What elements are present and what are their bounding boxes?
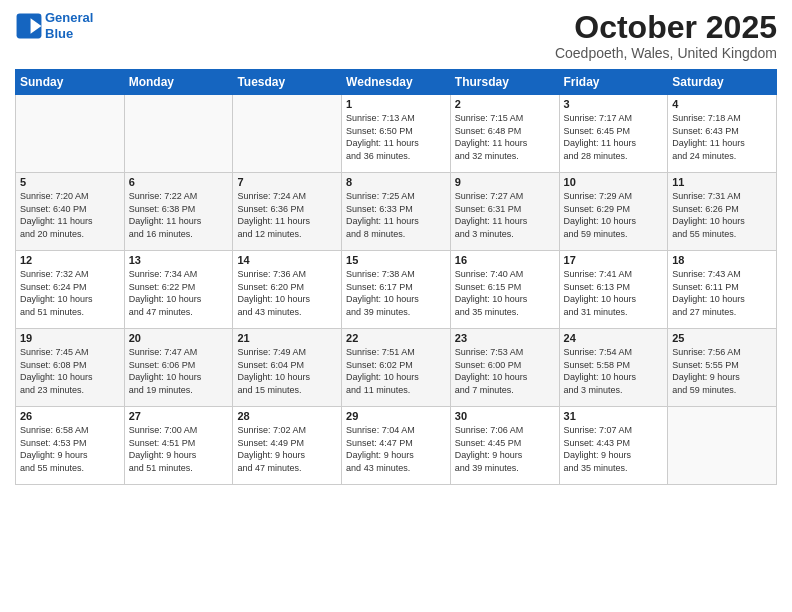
logo-text: General Blue xyxy=(45,10,93,41)
calendar-header: Sunday Monday Tuesday Wednesday Thursday… xyxy=(16,70,777,95)
header: General Blue October 2025 Coedpoeth, Wal… xyxy=(15,10,777,61)
calendar-cell: 17Sunrise: 7:41 AM Sunset: 6:13 PM Dayli… xyxy=(559,251,668,329)
calendar-cell xyxy=(233,95,342,173)
calendar-week-3: 19Sunrise: 7:45 AM Sunset: 6:08 PM Dayli… xyxy=(16,329,777,407)
calendar-cell: 5Sunrise: 7:20 AM Sunset: 6:40 PM Daylig… xyxy=(16,173,125,251)
day-number: 25 xyxy=(672,332,772,344)
day-number: 26 xyxy=(20,410,120,422)
day-number: 24 xyxy=(564,332,664,344)
calendar-cell xyxy=(668,407,777,485)
day-number: 11 xyxy=(672,176,772,188)
day-number: 30 xyxy=(455,410,555,422)
header-row: Sunday Monday Tuesday Wednesday Thursday… xyxy=(16,70,777,95)
header-wednesday: Wednesday xyxy=(342,70,451,95)
calendar-week-0: 1Sunrise: 7:13 AM Sunset: 6:50 PM Daylig… xyxy=(16,95,777,173)
calendar-cell: 22Sunrise: 7:51 AM Sunset: 6:02 PM Dayli… xyxy=(342,329,451,407)
day-number: 29 xyxy=(346,410,446,422)
day-info: Sunrise: 7:38 AM Sunset: 6:17 PM Dayligh… xyxy=(346,268,446,318)
calendar-cell: 24Sunrise: 7:54 AM Sunset: 5:58 PM Dayli… xyxy=(559,329,668,407)
day-number: 18 xyxy=(672,254,772,266)
calendar-cell: 10Sunrise: 7:29 AM Sunset: 6:29 PM Dayli… xyxy=(559,173,668,251)
day-number: 19 xyxy=(20,332,120,344)
day-info: Sunrise: 7:32 AM Sunset: 6:24 PM Dayligh… xyxy=(20,268,120,318)
calendar-cell: 11Sunrise: 7:31 AM Sunset: 6:26 PM Dayli… xyxy=(668,173,777,251)
calendar-cell: 23Sunrise: 7:53 AM Sunset: 6:00 PM Dayli… xyxy=(450,329,559,407)
page-container: General Blue October 2025 Coedpoeth, Wal… xyxy=(0,0,792,495)
day-info: Sunrise: 7:18 AM Sunset: 6:43 PM Dayligh… xyxy=(672,112,772,162)
day-number: 2 xyxy=(455,98,555,110)
day-info: Sunrise: 7:15 AM Sunset: 6:48 PM Dayligh… xyxy=(455,112,555,162)
day-info: Sunrise: 7:06 AM Sunset: 4:45 PM Dayligh… xyxy=(455,424,555,474)
day-number: 5 xyxy=(20,176,120,188)
day-number: 16 xyxy=(455,254,555,266)
logo-line2: Blue xyxy=(45,26,73,41)
calendar-cell: 30Sunrise: 7:06 AM Sunset: 4:45 PM Dayli… xyxy=(450,407,559,485)
header-thursday: Thursday xyxy=(450,70,559,95)
calendar-week-1: 5Sunrise: 7:20 AM Sunset: 6:40 PM Daylig… xyxy=(16,173,777,251)
calendar-cell: 6Sunrise: 7:22 AM Sunset: 6:38 PM Daylig… xyxy=(124,173,233,251)
title-area: October 2025 Coedpoeth, Wales, United Ki… xyxy=(555,10,777,61)
day-info: Sunrise: 7:17 AM Sunset: 6:45 PM Dayligh… xyxy=(564,112,664,162)
calendar-body: 1Sunrise: 7:13 AM Sunset: 6:50 PM Daylig… xyxy=(16,95,777,485)
calendar-week-4: 26Sunrise: 6:58 AM Sunset: 4:53 PM Dayli… xyxy=(16,407,777,485)
header-sunday: Sunday xyxy=(16,70,125,95)
calendar-cell: 26Sunrise: 6:58 AM Sunset: 4:53 PM Dayli… xyxy=(16,407,125,485)
day-info: Sunrise: 7:36 AM Sunset: 6:20 PM Dayligh… xyxy=(237,268,337,318)
calendar-cell: 19Sunrise: 7:45 AM Sunset: 6:08 PM Dayli… xyxy=(16,329,125,407)
day-number: 28 xyxy=(237,410,337,422)
calendar-cell: 31Sunrise: 7:07 AM Sunset: 4:43 PM Dayli… xyxy=(559,407,668,485)
calendar-cell: 15Sunrise: 7:38 AM Sunset: 6:17 PM Dayli… xyxy=(342,251,451,329)
calendar-cell: 8Sunrise: 7:25 AM Sunset: 6:33 PM Daylig… xyxy=(342,173,451,251)
calendar-cell: 12Sunrise: 7:32 AM Sunset: 6:24 PM Dayli… xyxy=(16,251,125,329)
day-number: 7 xyxy=(237,176,337,188)
calendar-cell: 14Sunrise: 7:36 AM Sunset: 6:20 PM Dayli… xyxy=(233,251,342,329)
day-info: Sunrise: 7:49 AM Sunset: 6:04 PM Dayligh… xyxy=(237,346,337,396)
day-info: Sunrise: 7:43 AM Sunset: 6:11 PM Dayligh… xyxy=(672,268,772,318)
day-info: Sunrise: 7:31 AM Sunset: 6:26 PM Dayligh… xyxy=(672,190,772,240)
day-number: 9 xyxy=(455,176,555,188)
day-info: Sunrise: 7:20 AM Sunset: 6:40 PM Dayligh… xyxy=(20,190,120,240)
calendar-cell: 28Sunrise: 7:02 AM Sunset: 4:49 PM Dayli… xyxy=(233,407,342,485)
day-number: 23 xyxy=(455,332,555,344)
calendar-table: Sunday Monday Tuesday Wednesday Thursday… xyxy=(15,69,777,485)
calendar-week-2: 12Sunrise: 7:32 AM Sunset: 6:24 PM Dayli… xyxy=(16,251,777,329)
day-info: Sunrise: 7:04 AM Sunset: 4:47 PM Dayligh… xyxy=(346,424,446,474)
header-friday: Friday xyxy=(559,70,668,95)
calendar-cell: 2Sunrise: 7:15 AM Sunset: 6:48 PM Daylig… xyxy=(450,95,559,173)
day-number: 21 xyxy=(237,332,337,344)
month-title: October 2025 xyxy=(555,10,777,45)
day-number: 31 xyxy=(564,410,664,422)
day-info: Sunrise: 6:58 AM Sunset: 4:53 PM Dayligh… xyxy=(20,424,120,474)
day-info: Sunrise: 7:40 AM Sunset: 6:15 PM Dayligh… xyxy=(455,268,555,318)
calendar-cell: 29Sunrise: 7:04 AM Sunset: 4:47 PM Dayli… xyxy=(342,407,451,485)
day-number: 20 xyxy=(129,332,229,344)
calendar-cell: 18Sunrise: 7:43 AM Sunset: 6:11 PM Dayli… xyxy=(668,251,777,329)
day-number: 3 xyxy=(564,98,664,110)
calendar-cell: 16Sunrise: 7:40 AM Sunset: 6:15 PM Dayli… xyxy=(450,251,559,329)
day-info: Sunrise: 7:56 AM Sunset: 5:55 PM Dayligh… xyxy=(672,346,772,396)
day-info: Sunrise: 7:54 AM Sunset: 5:58 PM Dayligh… xyxy=(564,346,664,396)
calendar-cell: 13Sunrise: 7:34 AM Sunset: 6:22 PM Dayli… xyxy=(124,251,233,329)
day-info: Sunrise: 7:22 AM Sunset: 6:38 PM Dayligh… xyxy=(129,190,229,240)
day-info: Sunrise: 7:13 AM Sunset: 6:50 PM Dayligh… xyxy=(346,112,446,162)
calendar-cell xyxy=(124,95,233,173)
day-info: Sunrise: 7:41 AM Sunset: 6:13 PM Dayligh… xyxy=(564,268,664,318)
day-info: Sunrise: 7:51 AM Sunset: 6:02 PM Dayligh… xyxy=(346,346,446,396)
day-number: 12 xyxy=(20,254,120,266)
day-number: 17 xyxy=(564,254,664,266)
day-number: 1 xyxy=(346,98,446,110)
calendar-cell xyxy=(16,95,125,173)
header-saturday: Saturday xyxy=(668,70,777,95)
calendar-cell: 27Sunrise: 7:00 AM Sunset: 4:51 PM Dayli… xyxy=(124,407,233,485)
calendar-cell: 3Sunrise: 7:17 AM Sunset: 6:45 PM Daylig… xyxy=(559,95,668,173)
day-info: Sunrise: 7:27 AM Sunset: 6:31 PM Dayligh… xyxy=(455,190,555,240)
day-info: Sunrise: 7:47 AM Sunset: 6:06 PM Dayligh… xyxy=(129,346,229,396)
day-number: 4 xyxy=(672,98,772,110)
calendar-cell: 20Sunrise: 7:47 AM Sunset: 6:06 PM Dayli… xyxy=(124,329,233,407)
calendar-cell: 25Sunrise: 7:56 AM Sunset: 5:55 PM Dayli… xyxy=(668,329,777,407)
calendar-cell: 7Sunrise: 7:24 AM Sunset: 6:36 PM Daylig… xyxy=(233,173,342,251)
header-monday: Monday xyxy=(124,70,233,95)
day-info: Sunrise: 7:07 AM Sunset: 4:43 PM Dayligh… xyxy=(564,424,664,474)
calendar-cell: 1Sunrise: 7:13 AM Sunset: 6:50 PM Daylig… xyxy=(342,95,451,173)
day-number: 10 xyxy=(564,176,664,188)
